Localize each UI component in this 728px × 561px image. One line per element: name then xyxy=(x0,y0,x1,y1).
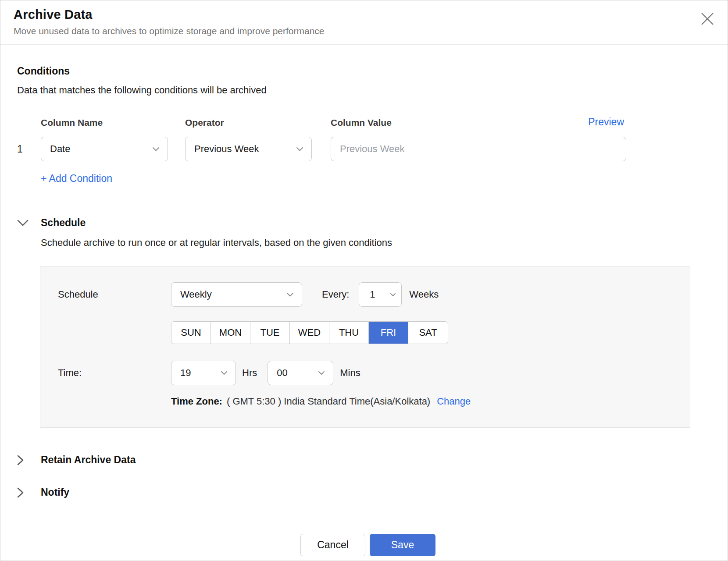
time-label: Time: xyxy=(58,367,171,379)
save-button[interactable]: Save xyxy=(370,534,435,556)
close-button[interactable] xyxy=(699,10,716,28)
cancel-button[interactable]: Cancel xyxy=(300,534,365,556)
condition-row-number: 1 xyxy=(17,143,41,155)
schedule-section-toggle[interactable]: Schedule xyxy=(17,217,711,229)
conditions-column-headers: Column Name Operator Column Value Previe… xyxy=(17,116,711,128)
chevron-down-icon xyxy=(221,371,228,375)
hours-select-value: 19 xyxy=(180,367,191,379)
chevron-right-icon xyxy=(17,487,30,498)
schedule-heading: Schedule xyxy=(41,217,86,229)
schedule-label: Schedule xyxy=(58,289,171,300)
timezone-label: Time Zone: xyxy=(171,396,222,407)
operator-select-value: Previous Week xyxy=(194,143,259,155)
column-name-select[interactable]: Date xyxy=(41,137,168,161)
schedule-description: Schedule archive to run once or at regul… xyxy=(41,237,711,249)
frequency-select-value: Weekly xyxy=(180,289,212,300)
page-subtitle: Move unused data to archives to optimize… xyxy=(14,26,714,36)
dialog-footer: Cancel Save xyxy=(21,534,715,561)
archive-data-dialog: Archive Data Move unused data to archive… xyxy=(0,0,728,561)
retain-archive-data-heading: Retain Archive Data xyxy=(41,454,136,466)
retain-archive-data-toggle[interactable]: Retain Archive Data xyxy=(17,454,711,466)
day-button[interactable]: TUE xyxy=(250,322,290,344)
preview-link[interactable]: Preview xyxy=(588,116,624,128)
timezone-row: Time Zone: ( GMT 5:30 ) India Standard T… xyxy=(171,396,690,407)
day-button[interactable]: FRI xyxy=(369,322,408,344)
every-label: Every: xyxy=(322,289,349,300)
operator-header: Operator xyxy=(185,117,312,128)
chevron-down-icon xyxy=(390,293,396,297)
conditions-heading: Conditions xyxy=(17,65,711,77)
timezone-value: ( GMT 5:30 ) India Standard Time(Asia/Ko… xyxy=(227,396,430,407)
add-condition-link[interactable]: + Add Condition xyxy=(41,173,112,185)
operator-select[interactable]: Previous Week xyxy=(185,137,312,161)
frequency-row: Schedule Weekly Every: 1 Weeks xyxy=(58,282,690,307)
minutes-select[interactable]: 00 xyxy=(268,361,333,385)
dialog-header: Archive Data Move unused data to archive… xyxy=(0,0,728,45)
dialog-body: Conditions Data that matches the followi… xyxy=(0,45,728,561)
day-button[interactable]: WED xyxy=(290,322,329,344)
chevron-down-icon xyxy=(152,147,160,152)
day-button[interactable]: SAT xyxy=(408,322,448,344)
day-button-group: SUN MON TUE WED THU FRI SAT xyxy=(171,321,448,344)
hours-select[interactable]: 19 xyxy=(171,361,236,385)
every-select[interactable]: 1 xyxy=(359,282,402,307)
hrs-label: Hrs xyxy=(242,367,257,379)
chevron-down-icon xyxy=(318,371,325,375)
day-button[interactable]: SUN xyxy=(171,322,211,344)
time-row: Time: 19 Hrs 00 Mins xyxy=(58,361,690,385)
column-value-input[interactable] xyxy=(331,137,626,161)
conditions-section: Conditions Data that matches the followi… xyxy=(17,65,711,185)
every-select-value: 1 xyxy=(370,289,375,300)
notify-heading: Notify xyxy=(41,486,69,498)
conditions-description: Data that matches the following conditio… xyxy=(17,85,711,96)
schedule-panel: Schedule Weekly Every: 1 Weeks xyxy=(40,266,690,428)
weeks-label: Weeks xyxy=(409,289,439,300)
close-icon xyxy=(699,11,716,27)
page-title: Archive Data xyxy=(14,7,714,22)
chevron-down-icon xyxy=(17,220,30,227)
day-button[interactable]: MON xyxy=(211,322,250,344)
condition-row: 1 Date Previous Week xyxy=(17,137,711,161)
mins-label: Mins xyxy=(340,367,360,379)
chevron-down-icon xyxy=(296,147,303,152)
column-value-header: Column Value xyxy=(331,117,588,128)
chevron-right-icon xyxy=(17,455,30,465)
column-name-header: Column Name xyxy=(41,117,168,128)
minutes-select-value: 00 xyxy=(277,367,287,379)
chevron-down-icon xyxy=(286,292,294,297)
notify-toggle[interactable]: Notify xyxy=(17,486,711,498)
day-selector: SUN MON TUE WED THU FRI SAT xyxy=(171,321,690,344)
timezone-change-link[interactable]: Change xyxy=(437,396,471,407)
frequency-select[interactable]: Weekly xyxy=(171,282,302,307)
day-button[interactable]: THU xyxy=(329,322,369,344)
column-name-select-value: Date xyxy=(50,143,70,155)
